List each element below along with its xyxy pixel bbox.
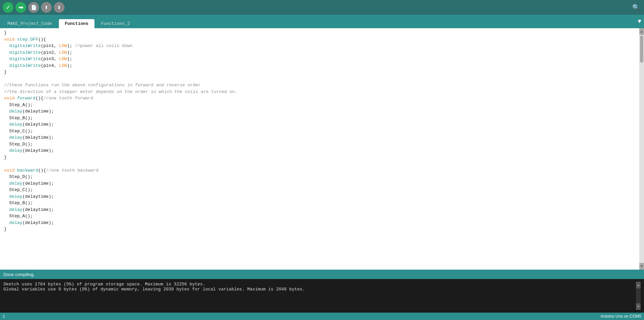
editor-scrollbar[interactable]: ▲ ▼ bbox=[639, 28, 644, 270]
tab-make-project-code[interactable]: MAKE_Project_Code bbox=[1, 19, 58, 28]
code-content[interactable]: } void step_OFF(){ digitalWrite(pin1, LO… bbox=[0, 28, 639, 270]
scroll-thumb[interactable] bbox=[640, 36, 643, 62]
toolbar: ✓ ➡ 📄 ⬆ ⬇ 🔍 bbox=[0, 0, 644, 15]
status-message: Done compiling. bbox=[3, 272, 35, 277]
verify-button[interactable]: ✓ bbox=[3, 2, 13, 13]
tab-dropdown-arrow[interactable]: ▼ bbox=[636, 17, 643, 26]
board-info: Arduino Uno on COM5 bbox=[601, 314, 641, 319]
bottom-bar: 1 Arduino Uno on COM5 bbox=[0, 313, 644, 320]
new-button[interactable]: 📄 bbox=[28, 2, 39, 13]
status-bar: Done compiling. bbox=[0, 270, 644, 279]
line-number: 1 bbox=[3, 314, 5, 319]
code-editor: } void step_OFF(){ digitalWrite(pin1, LO… bbox=[0, 28, 644, 270]
tab-functions[interactable]: Functions bbox=[59, 19, 94, 28]
save-button[interactable]: ⬇ bbox=[54, 2, 65, 13]
open-button[interactable]: ⬆ bbox=[41, 2, 52, 13]
console-scroll-up[interactable]: ▲ bbox=[636, 282, 641, 288]
console-line-1: Sketch uses 1764 bytes (5%) of program s… bbox=[3, 282, 205, 287]
console-scroll-down[interactable]: ▼ bbox=[636, 303, 641, 310]
scroll-down-arrow[interactable]: ▼ bbox=[639, 263, 644, 270]
search-icon[interactable]: 🔍 bbox=[631, 2, 641, 13]
scroll-up-arrow[interactable]: ▲ bbox=[639, 28, 644, 35]
upload-button[interactable]: ➡ bbox=[15, 2, 26, 13]
tab-functions-2[interactable]: Functions_2 bbox=[95, 19, 136, 28]
console-line-2: Global variables use 9 bytes (0%) of dyn… bbox=[3, 287, 305, 292]
console-output: Sketch uses 1764 bytes (5%) of program s… bbox=[0, 279, 644, 313]
console-text: Sketch uses 1764 bytes (5%) of program s… bbox=[3, 282, 636, 310]
console-scrollbar[interactable]: ▲ ▼ bbox=[636, 282, 641, 310]
tabs-bar: MAKE_Project_Code Functions Functions_2 … bbox=[0, 15, 644, 28]
